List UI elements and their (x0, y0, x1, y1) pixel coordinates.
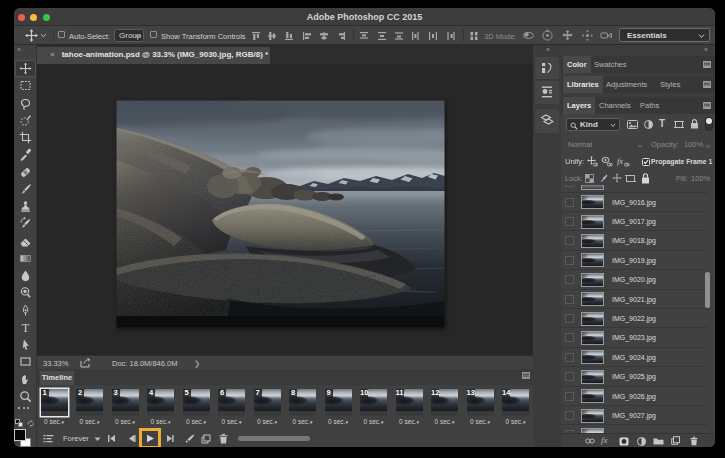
svg-text:T: T (22, 321, 30, 334)
svg-text:fx: fx (617, 156, 623, 166)
